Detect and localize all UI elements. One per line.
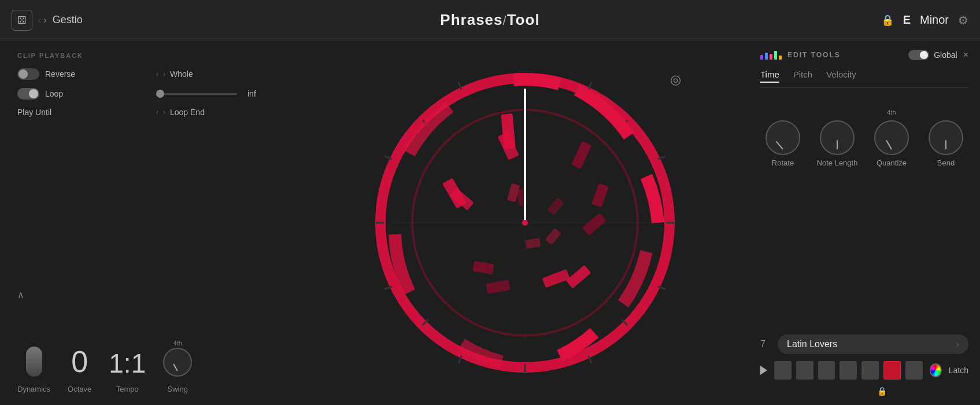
bend-knob[interactable]: [929, 120, 963, 155]
step-4[interactable]: [840, 361, 857, 380]
loop-slider-track[interactable]: [156, 93, 237, 95]
play-until-row: Play Until: [17, 108, 145, 117]
note-length-label: Note Length: [817, 159, 858, 167]
circle-viz-svg: [363, 61, 687, 385]
whole-selector: ‹ › Whole: [156, 69, 283, 79]
whole-right-arrow-2[interactable]: ›: [163, 70, 165, 78]
octave-control: 0 Octave: [68, 347, 91, 393]
step-5[interactable]: [861, 361, 879, 380]
main: CLIP PLAYBACK Reverse ‹ › Whole Loop: [0, 41, 980, 405]
global-toggle-knob: [920, 51, 928, 59]
loop-end-right-arrow[interactable]: ›: [163, 108, 165, 116]
global-toggle[interactable]: Global: [908, 50, 957, 60]
quantize-indicator: [886, 140, 892, 150]
bend-indicator: [945, 140, 946, 149]
reverse-toggle-knob: [19, 69, 28, 79]
swing-knob[interactable]: [163, 348, 192, 377]
tabs-row: Time Pitch Velocity: [760, 69, 968, 88]
key-label[interactable]: E: [903, 13, 911, 27]
tab-velocity[interactable]: Velocity: [826, 69, 856, 83]
loop-end-left-arrow[interactable]: ‹: [156, 108, 158, 116]
phrase-row: 7 Latin Lovers ›: [760, 334, 968, 354]
dynamics-control: Dynamics: [17, 347, 50, 393]
tempo-label: Tempo: [116, 385, 139, 393]
tab-pitch[interactable]: Pitch: [793, 69, 812, 83]
note-length-label-top: [836, 109, 838, 116]
svg-rect-34: [547, 197, 564, 215]
swing-label: Swing: [168, 385, 188, 393]
lock-row: 🔒: [760, 386, 968, 396]
phrase-name: Latin Lovers: [787, 339, 837, 349]
brand-part2: Tool: [507, 11, 540, 28]
bend-control: Bend: [923, 109, 968, 167]
lock-icon[interactable]: 🔒: [881, 14, 894, 27]
rotate-knob[interactable]: [765, 120, 800, 155]
clip-playback-label: CLIP PLAYBACK: [17, 52, 283, 59]
step-3[interactable]: [818, 361, 835, 380]
dynamics-icon[interactable]: [26, 347, 42, 377]
playback-row: Latch: [760, 361, 968, 380]
dice-icon[interactable]: ⚄: [12, 10, 32, 31]
header-right: 🔒 E Minor ⚙: [853, 13, 968, 27]
play-until-label: Play Until: [17, 108, 51, 117]
quantize-knob[interactable]: [874, 120, 909, 155]
note-length-indicator: [837, 140, 838, 149]
octave-value[interactable]: 0: [71, 347, 88, 377]
swing-knob-line: [173, 363, 178, 371]
target-icon[interactable]: ◎: [670, 72, 681, 87]
step-6[interactable]: [883, 361, 901, 380]
latch-button[interactable]: Latch: [949, 366, 968, 375]
lock-bottom-icon[interactable]: 🔒: [877, 386, 887, 396]
reverse-label: Reverse: [45, 69, 75, 79]
phrase-selector: 7 Latin Lovers › Latch: [760, 334, 968, 396]
tempo-value[interactable]: 1:1: [109, 350, 146, 377]
bend-label-top: [945, 109, 946, 116]
swing-value-label: 4th: [173, 340, 182, 347]
bar2: [765, 53, 768, 60]
global-label: Global: [934, 50, 957, 60]
settings-icon[interactable]: ⚙: [958, 13, 968, 27]
chevron-up-icon[interactable]: ∧: [17, 289, 24, 300]
rotate-label-top: [782, 109, 783, 116]
bar1: [760, 55, 763, 60]
step-1[interactable]: [774, 361, 792, 380]
phrase-name-box[interactable]: Latin Lovers ›: [778, 334, 968, 354]
svg-rect-32: [486, 279, 511, 294]
color-picker[interactable]: [930, 363, 942, 377]
phrase-number: 7: [760, 339, 772, 349]
svg-rect-23: [571, 141, 591, 169]
swing-control: 4th Swing: [163, 340, 192, 393]
svg-rect-25: [582, 213, 606, 236]
nav-arrows: ‹ ›: [38, 15, 47, 25]
whole-left-arrow[interactable]: ‹: [156, 70, 158, 78]
reverse-row: Reverse: [17, 68, 145, 80]
edit-tools-label: EDIT TOOLS: [787, 51, 903, 59]
loop-toggle[interactable]: [17, 88, 39, 100]
loop-slider-knob[interactable]: [156, 90, 164, 98]
play-button[interactable]: [760, 366, 767, 375]
nav-back-arrow[interactable]: ‹: [38, 15, 41, 25]
step-7[interactable]: [905, 361, 923, 380]
global-toggle-pill[interactable]: [908, 50, 929, 60]
tab-time[interactable]: Time: [760, 69, 779, 83]
svg-rect-35: [525, 238, 541, 249]
dynamics-label: Dynamics: [17, 385, 50, 393]
header: ⚄ ‹ › Gestio Phrases/Tool 🔒 E Minor ⚙: [0, 0, 980, 41]
header-left: ⚄ ‹ › Gestio: [12, 10, 127, 31]
brand-part1: Phrases: [440, 11, 502, 28]
close-button[interactable]: ×: [963, 50, 968, 60]
svg-rect-26: [542, 269, 569, 288]
bar3: [770, 54, 772, 60]
quantize-control: 4th Quantize: [869, 109, 914, 167]
step-2[interactable]: [796, 361, 813, 380]
note-length-knob[interactable]: [820, 120, 855, 155]
scale-label[interactable]: Minor: [920, 13, 949, 27]
loop-value: inf: [247, 89, 256, 98]
nav-forward-arrow[interactable]: ›: [43, 15, 46, 25]
circle-visualizer: ◎: [363, 61, 687, 385]
quantize-label-top: 4th: [887, 109, 896, 116]
reverse-toggle[interactable]: [17, 68, 39, 80]
loop-label: Loop: [45, 89, 63, 98]
right-panel: EDIT TOOLS Global × Time Pitch Velocity: [749, 41, 980, 405]
edit-tools-header: EDIT TOOLS Global ×: [760, 50, 968, 60]
